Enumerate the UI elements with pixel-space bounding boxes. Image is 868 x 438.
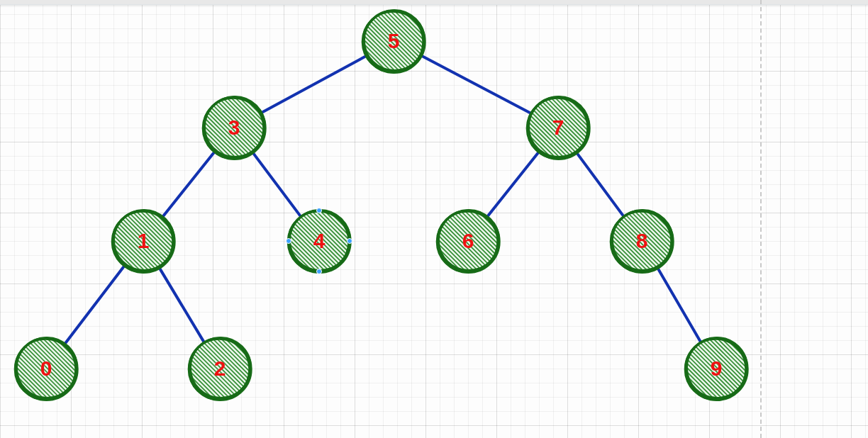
page-margin-guide bbox=[760, 0, 762, 438]
tree-node[interactable]: 7 bbox=[528, 97, 589, 158]
tree-node[interactable]: 3 bbox=[204, 97, 265, 158]
diagram-canvas[interactable]: 5 3 7 1 4 6 8 bbox=[0, 0, 868, 438]
tree-node[interactable]: 0 bbox=[16, 338, 77, 399]
tree-node[interactable]: 6 bbox=[438, 210, 499, 271]
page-edge-shadow bbox=[0, 0, 868, 5]
tree-node[interactable]: 5 bbox=[363, 11, 424, 72]
tree-node[interactable]: 2 bbox=[189, 338, 250, 399]
svg-point-177 bbox=[317, 269, 322, 274]
svg-point-175 bbox=[317, 208, 322, 213]
tree-node[interactable]: 8 bbox=[611, 210, 672, 271]
svg-point-178 bbox=[286, 239, 291, 244]
tree-node[interactable]: 9 bbox=[686, 338, 747, 399]
svg-point-176 bbox=[347, 239, 352, 244]
tree-node[interactable]: 4 bbox=[289, 210, 350, 271]
tree-node[interactable]: 1 bbox=[113, 210, 174, 271]
